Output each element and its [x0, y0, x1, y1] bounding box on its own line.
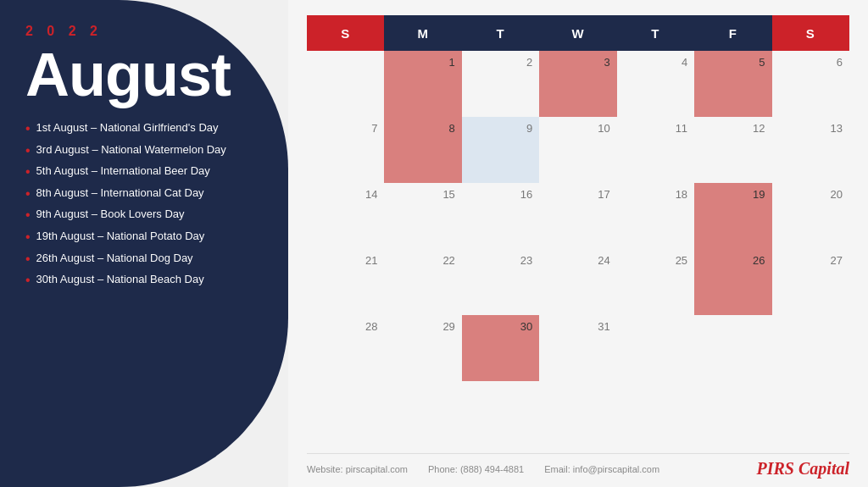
calendar-day-cell: 28 — [307, 315, 384, 381]
calendar-day-cell: 24 — [539, 249, 616, 315]
calendar-day-cell: 19 — [694, 183, 771, 249]
footer-logo: PIRS Capital — [757, 459, 849, 479]
calendar-table: SMTWTFS 12345678910111213141516171819202… — [307, 15, 849, 381]
footer-email: Email: info@pirscapital.com — [544, 464, 659, 474]
calendar-header-cell: S — [307, 15, 384, 51]
calendar-day-cell: 15 — [384, 183, 461, 249]
footer-logo-capital: Capital — [794, 459, 849, 478]
day-number: 7 — [371, 122, 377, 135]
day-number: 20 — [831, 188, 843, 201]
calendar-day-cell: 9 — [462, 117, 539, 183]
calendar-day-cell: 12 — [694, 117, 771, 183]
day-number: 16 — [520, 188, 532, 201]
day-number: 4 — [682, 56, 687, 69]
day-number: 29 — [442, 320, 454, 333]
calendar-day-cell: 25 — [617, 249, 694, 315]
calendar-header-cell: W — [539, 15, 616, 51]
calendar-day-cell: 21 — [307, 249, 384, 315]
day-number: 8 — [449, 122, 455, 135]
calendar-day-cell: 3 — [539, 51, 616, 117]
calendar-day-cell: 11 — [617, 117, 694, 183]
calendar-week-row: 14151617181920 — [307, 183, 849, 249]
calendar-container: SMTWTFS 12345678910111213141516171819202… — [307, 15, 849, 450]
day-number: 5 — [759, 56, 765, 69]
event-item: 1st August – National Girlfriend's Day — [25, 120, 263, 138]
calendar-day-cell — [772, 315, 849, 381]
day-number: 18 — [676, 188, 687, 201]
calendar-day-cell: 6 — [772, 51, 849, 117]
calendar-day-cell: 5 — [694, 51, 771, 117]
calendar-day-cell: 22 — [384, 249, 461, 315]
day-number: 27 — [831, 254, 843, 267]
day-number: 6 — [837, 56, 843, 69]
day-number: 1 — [449, 56, 455, 69]
calendar-day-cell — [694, 315, 771, 381]
calendar-day-cell: 10 — [539, 117, 616, 183]
calendar-day-cell — [617, 315, 694, 381]
calendar-day-cell: 29 — [384, 315, 461, 381]
footer-logo-pirs: PIRS — [757, 459, 794, 478]
day-number: 10 — [598, 122, 609, 135]
calendar-header-cell: T — [462, 15, 539, 51]
calendar-week-row: 78910111213 — [307, 117, 849, 183]
day-number: 12 — [753, 122, 765, 135]
calendar-day-cell: 18 — [617, 183, 694, 249]
day-number: 22 — [442, 254, 454, 267]
calendar-day-cell: 17 — [539, 183, 616, 249]
calendar-day-cell: 16 — [462, 183, 539, 249]
calendar-header-cell: F — [694, 15, 771, 51]
calendar-header-cell: T — [617, 15, 694, 51]
event-item: 30th August – National Beach Day — [25, 272, 263, 290]
calendar-body: 1234567891011121314151617181920212223242… — [307, 51, 849, 381]
calendar-day-cell: 2 — [462, 51, 539, 117]
calendar-day-cell: 23 — [462, 249, 539, 315]
calendar-day-cell: 26 — [694, 249, 771, 315]
event-item: 19th August – National Potato Day — [25, 229, 263, 246]
year-label: 2 0 2 2 — [25, 24, 263, 39]
calendar-day-cell: 31 — [539, 315, 616, 381]
day-number: 28 — [365, 320, 377, 333]
calendar-day-cell: 13 — [772, 117, 849, 183]
event-item: 8th August – International Cat Day — [25, 185, 263, 203]
calendar-header-row: SMTWTFS — [307, 15, 849, 51]
calendar-day-cell: 8 — [384, 117, 461, 183]
day-number: 26 — [753, 254, 765, 267]
day-number: 9 — [526, 122, 532, 135]
calendar-day-cell: 7 — [307, 117, 384, 183]
footer-phone: Phone: (888) 494-4881 — [428, 464, 524, 474]
calendar-day-cell: 4 — [617, 51, 694, 117]
day-number: 19 — [753, 188, 765, 201]
day-number: 25 — [676, 254, 687, 267]
calendar-day-cell: 1 — [384, 51, 461, 117]
event-item: 26th August – National Dog Day — [25, 251, 263, 268]
footer-bar: Website: pirscapital.com Phone: (888) 49… — [307, 453, 849, 479]
day-number: 23 — [520, 254, 532, 267]
day-number: 30 — [520, 320, 532, 333]
calendar-week-row: 21222324252627 — [307, 249, 849, 315]
day-number: 3 — [604, 56, 609, 69]
calendar-day-cell: 20 — [772, 183, 849, 249]
calendar-week-row: 28293031 — [307, 315, 849, 381]
event-item: 3rd August – National Watermelon Day — [25, 142, 263, 160]
month-label: August — [25, 44, 263, 105]
day-number: 17 — [598, 188, 609, 201]
left-panel: 2 0 2 2 August 1st August – National Gir… — [0, 0, 288, 487]
calendar-header-cell: M — [384, 15, 461, 51]
day-number: 14 — [365, 188, 377, 201]
day-number: 21 — [365, 254, 377, 267]
event-item: 9th August – Book Lovers Day — [25, 207, 263, 224]
day-number: 2 — [526, 56, 532, 69]
day-number: 31 — [598, 320, 609, 333]
event-item: 5th August – International Beer Day — [25, 163, 263, 181]
day-number: 24 — [598, 254, 609, 267]
day-number: 11 — [676, 122, 687, 135]
events-list: 1st August – National Girlfriend's Day3r… — [25, 120, 263, 294]
right-panel: SMTWTFS 12345678910111213141516171819202… — [288, 0, 868, 487]
calendar-header-cell: S — [772, 15, 849, 51]
calendar-day-cell — [307, 51, 384, 117]
calendar-day-cell: 30 — [462, 315, 539, 381]
calendar-week-row: 123456 — [307, 51, 849, 117]
calendar-day-cell: 14 — [307, 183, 384, 249]
footer-info: Website: pirscapital.com Phone: (888) 49… — [307, 464, 659, 474]
footer-website: Website: pirscapital.com — [307, 464, 408, 474]
